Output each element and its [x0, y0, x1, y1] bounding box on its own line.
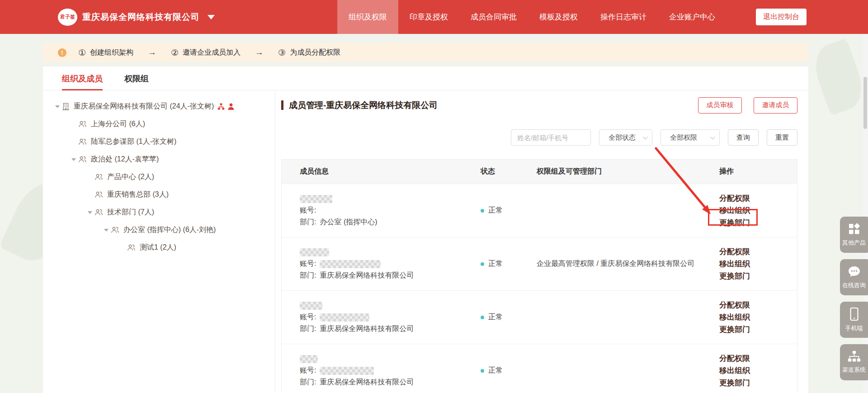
tree-node-label: 技术部门 (7人) [107, 208, 154, 217]
float-button-label: 在线咨询 [842, 281, 866, 289]
masked-account [320, 313, 369, 322]
expand-caret-icon[interactable] [102, 229, 111, 232]
channel-icon [847, 350, 861, 363]
building-icon [62, 103, 70, 110]
header-member-info: 成员信息 [282, 167, 472, 176]
tree-node-level-4[interactable]: 测试1 (2人) [43, 239, 275, 256]
member-audit-button[interactable]: 成员审核 [698, 97, 742, 114]
tree-node-level-0[interactable]: 重庆易保全网络科技有限公司 (24人-张文树) [43, 98, 275, 115]
department-value: 重庆易保全网络科技有限公司 [320, 324, 414, 334]
change-department-link[interactable]: 更换部门 [719, 377, 750, 389]
department-value: 重庆易保全网络科技有限公司 [320, 378, 414, 387]
top-navigation-bar: 君子签 重庆易保全网络科技有限公司 组织及权限印章及授权成员合同审批模板及授权操… [0, 0, 868, 34]
page-scrollbar-thumb[interactable] [863, 77, 867, 129]
status-text: 正常 [488, 259, 503, 269]
float-button-mobile-app[interactable]: 手机端 [840, 302, 868, 338]
department-label: 部门: [300, 324, 316, 334]
department-label: 部门: [300, 378, 316, 387]
onboarding-steps-banner: ! ①创建组织架构→②邀请企业成员加入→③为成员分配权限 [43, 43, 808, 62]
change-department-link[interactable]: 更换部门 [719, 323, 750, 336]
bamboo-watermark [808, 38, 868, 116]
nav-item-5[interactable]: 企业账户中心 [658, 0, 726, 34]
chevron-down-icon [208, 15, 215, 19]
nav-item-1[interactable]: 印章及授权 [398, 0, 459, 34]
nav-item-2[interactable]: 成员合同审批 [459, 0, 528, 34]
tree-node-level-1[interactable]: 上海分公司 (6人) [43, 115, 275, 133]
step-label: 创建组织架构 [90, 48, 133, 57]
permission-filter-value: 全部权限 [670, 133, 697, 142]
header-actions: 操作 [708, 167, 797, 176]
tree-node-label: 产品中心 (2人) [107, 172, 154, 182]
org-chart-icon[interactable] [217, 103, 225, 110]
tree-node-label: 政治处 (12人-袁苹苹) [91, 155, 159, 164]
remove-from-org-link[interactable]: 移出组织 [719, 365, 750, 377]
table-header-row: 成员信息 状态 权限组及可管理部门 操作 [282, 160, 797, 184]
status-dot-icon [481, 316, 484, 319]
title-marker [281, 100, 283, 110]
department-value: 办公室 (指挥中心) [320, 218, 377, 227]
assign-permission-link[interactable]: 分配权限 [719, 246, 750, 258]
assign-permission-link[interactable]: 分配权限 [719, 352, 750, 365]
member-management-title: 成员管理-重庆易保全网络科技有限公司 [289, 99, 438, 111]
department-label: 部门: [300, 271, 316, 280]
exit-console-button[interactable]: 退出控制台 [756, 9, 807, 25]
reset-button[interactable]: 重置 [767, 129, 797, 146]
tree-node-level-3[interactable]: 办公室 (指挥中心) (6人-刘艳) [43, 221, 275, 239]
remove-from-org-link[interactable]: 移出组织 [719, 258, 750, 270]
tree-node-level-2[interactable]: 产品中心 (2人) [43, 168, 275, 186]
member-management-panel: 成员管理-重庆易保全网络科技有限公司 成员审核 邀请成员 全部状态 全部权限 查… [275, 90, 808, 393]
float-button-other-products[interactable]: 其他产品 [840, 217, 868, 253]
card-tabs: 组织及成员权限组 [43, 66, 808, 90]
search-input[interactable] [511, 129, 591, 146]
change-department-link[interactable]: 更换部门 [719, 270, 750, 282]
tree-node-level-1[interactable]: 政治处 (12人-袁苹苹) [43, 151, 275, 168]
nav-item-3[interactable]: 模板及授权 [528, 0, 589, 34]
group-icon [94, 174, 103, 180]
step-arrow-icon: → [255, 47, 264, 57]
tree-node-level-2[interactable]: 技术部门 (7人) [43, 204, 275, 221]
step-label: 为成员分配权限 [290, 48, 340, 57]
tree-node-level-2[interactable]: 重庆销售总部 (3人) [43, 186, 275, 204]
nav-item-0[interactable]: 组织及权限 [337, 0, 398, 34]
masked-account [320, 260, 381, 268]
brand-logo: 君子签 [58, 9, 77, 26]
change-department-link[interactable]: 更换部门 [719, 217, 750, 229]
tree-node-label: 重庆销售总部 (3人) [107, 190, 169, 199]
masked-member-name [300, 195, 332, 203]
tab-0[interactable]: 组织及成员 [62, 73, 103, 90]
permission-filter-select[interactable]: 全部权限 [660, 129, 720, 146]
expand-caret-icon[interactable] [85, 211, 94, 214]
header-status: 状态 [472, 167, 528, 176]
remove-from-org-link[interactable]: 移出组织 [719, 204, 750, 217]
tree-node-level-1[interactable]: 陆军总参谋部 (1人-张文树) [43, 133, 275, 151]
assign-permission-link[interactable]: 分配权限 [719, 192, 750, 204]
permission-text: 企业最高管理权限 / 重庆易保全网络科技有限公司 [537, 259, 694, 269]
account-label: 账号: [300, 366, 316, 375]
status-text: 正常 [488, 366, 503, 375]
nav-item-4[interactable]: 操作日志审计 [589, 0, 658, 34]
status-dot-icon [481, 209, 484, 213]
step-number: ③ [278, 47, 286, 58]
step-number: ① [78, 47, 86, 58]
member-icon[interactable] [228, 103, 234, 110]
step-item-1: ①创建组织架构 [78, 47, 133, 58]
chevron-down-icon [710, 134, 715, 139]
tab-1[interactable]: 权限组 [124, 73, 149, 90]
float-button-label: 其他产品 [842, 239, 866, 247]
assign-permission-link[interactable]: 分配权限 [719, 299, 750, 311]
invite-member-button[interactable]: 邀请成员 [754, 97, 797, 114]
group-icon [78, 138, 87, 145]
status-filter-select[interactable]: 全部状态 [599, 129, 652, 146]
department-label: 部门: [300, 218, 316, 227]
remove-from-org-link[interactable]: 移出组织 [719, 311, 750, 323]
chevron-down-icon [643, 134, 648, 139]
float-button-channel-system[interactable]: 渠道系统 [840, 344, 868, 380]
top-nav: 组织及权限印章及授权成员合同审批模板及授权操作日志审计企业账户中心 [337, 0, 726, 34]
table-rows: 账号:部门:办公室 (指挥中心)正常分配权限移出组织更换部门账号:部门:重庆易保… [282, 184, 797, 393]
group-icon [94, 209, 103, 216]
float-button-online-support[interactable]: 在线咨询 [840, 259, 868, 295]
expand-caret-icon[interactable] [53, 105, 62, 108]
company-switcher[interactable]: 君子签 重庆易保全网络科技有限公司 [58, 0, 215, 34]
query-button[interactable]: 查询 [728, 129, 759, 146]
expand-caret-icon[interactable] [69, 158, 78, 161]
